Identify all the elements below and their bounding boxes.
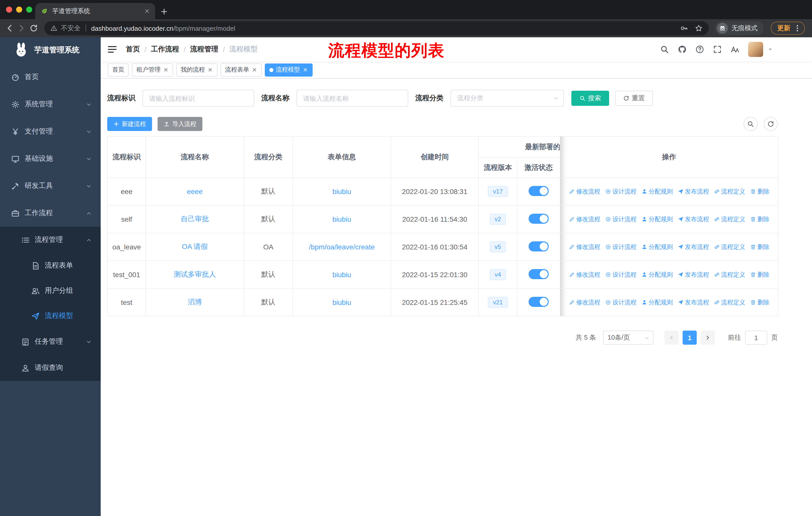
address-bar[interactable]: 不安全 dashboard.yudao.iocoder.cn/bpm/manag…	[44, 21, 709, 35]
close-tag-icon[interactable]	[302, 67, 308, 73]
active-toggle[interactable]	[529, 186, 549, 196]
action-modify[interactable]: 修改流程	[569, 215, 600, 223]
sidebar-item-process-management[interactable]: 流程管理	[0, 227, 101, 253]
reload-button[interactable]	[29, 24, 38, 33]
active-toggle[interactable]	[529, 297, 549, 307]
sidebar-item-user-group[interactable]: 用户分组	[0, 278, 101, 303]
next-page-button[interactable]	[701, 331, 715, 345]
active-toggle[interactable]	[529, 241, 549, 251]
sidebar-item-home[interactable]: 首页	[0, 63, 101, 91]
sidebar-item-process-form[interactable]: 流程表单	[0, 253, 101, 278]
search-icon[interactable]	[660, 45, 669, 54]
action-delete[interactable]: 删除	[750, 187, 770, 196]
tag-process-model[interactable]: 流程模型	[265, 63, 313, 76]
form-link[interactable]: /bpm/oa/leave/create	[309, 243, 375, 251]
toggle-search-button[interactable]	[744, 117, 758, 131]
create-process-button[interactable]: 新建流程	[107, 117, 152, 131]
sidebar-item-system-management[interactable]: 系统管理	[0, 91, 101, 118]
action-modify[interactable]: 修改流程	[569, 298, 600, 307]
breadcrumb-item[interactable]: 工作流程	[151, 45, 179, 54]
minimize-window-button[interactable]	[16, 6, 22, 12]
active-toggle[interactable]	[529, 269, 549, 279]
collapse-sidebar-icon[interactable]	[107, 44, 118, 55]
tag-my-process[interactable]: 我的流程	[176, 63, 218, 76]
action-design[interactable]: 设计流程	[605, 215, 637, 223]
close-window-button[interactable]	[6, 6, 12, 12]
category-select[interactable]: 流程分类	[451, 90, 564, 107]
refresh-table-button[interactable]	[764, 117, 778, 131]
back-button[interactable]	[5, 24, 14, 33]
goto-page-input[interactable]	[745, 331, 767, 345]
process-name-link[interactable]: 滔博	[188, 298, 202, 306]
security-warning-icon[interactable]	[50, 25, 57, 32]
help-icon[interactable]	[695, 45, 704, 54]
process-name-input[interactable]	[296, 90, 408, 107]
action-publish[interactable]: 发布流程	[677, 243, 709, 251]
action-design[interactable]: 设计流程	[605, 187, 637, 196]
avatar[interactable]	[748, 42, 763, 57]
tag-tenant-management[interactable]: 租户管理	[132, 63, 173, 76]
sidebar-item-workflow[interactable]: 工作流程	[0, 199, 101, 227]
action-delete[interactable]: 删除	[750, 243, 770, 251]
current-page-button[interactable]: 1	[683, 331, 697, 345]
action-delete[interactable]: 删除	[750, 215, 770, 223]
bookmark-star-icon[interactable]	[695, 24, 703, 32]
action-definition[interactable]: 流程定义	[714, 243, 745, 251]
close-tag-icon[interactable]	[252, 67, 257, 73]
browser-tab[interactable]: 芋道管理系统	[35, 3, 155, 19]
action-publish[interactable]: 发布流程	[677, 215, 709, 223]
action-assign-rule[interactable]: 分配规则	[641, 215, 673, 223]
breadcrumb-item[interactable]: 首页	[126, 45, 140, 54]
sidebar-item-dev-tools[interactable]: 研发工具	[0, 172, 101, 199]
update-button[interactable]: 更新	[771, 22, 805, 35]
action-assign-rule[interactable]: 分配规则	[641, 243, 673, 251]
process-name-link[interactable]: 测试多审批人	[174, 270, 216, 278]
breadcrumb-item[interactable]: 流程管理	[190, 45, 219, 54]
github-icon[interactable]	[677, 45, 687, 54]
sidebar-item-payment-management[interactable]: 支付管理	[0, 118, 101, 145]
form-link[interactable]: biubiu	[332, 298, 351, 306]
close-tab-icon[interactable]	[144, 8, 150, 14]
action-publish[interactable]: 发布流程	[677, 187, 709, 196]
browser-menu-icon[interactable]	[793, 24, 802, 32]
action-design[interactable]: 设计流程	[605, 243, 637, 251]
process-name-link[interactable]: OA 请假	[182, 242, 208, 250]
process-name-link[interactable]: eeee	[187, 187, 203, 195]
action-delete[interactable]: 删除	[750, 298, 770, 307]
import-process-button[interactable]: 导入流程	[157, 117, 202, 131]
active-toggle[interactable]	[529, 213, 549, 223]
action-definition[interactable]: 流程定义	[714, 298, 745, 307]
action-design[interactable]: 设计流程	[605, 298, 637, 307]
logo[interactable]: 芋道管理系统	[0, 37, 101, 62]
prev-page-button[interactable]	[665, 331, 678, 345]
action-modify[interactable]: 修改流程	[569, 270, 600, 279]
form-link[interactable]: biubiu	[332, 215, 351, 223]
action-delete[interactable]: 删除	[750, 270, 770, 279]
action-definition[interactable]: 流程定义	[714, 270, 745, 279]
form-link[interactable]: biubiu	[332, 271, 351, 279]
action-design[interactable]: 设计流程	[605, 270, 637, 279]
action-publish[interactable]: 发布流程	[677, 298, 709, 307]
action-definition[interactable]: 流程定义	[714, 187, 745, 196]
close-tag-icon[interactable]	[207, 67, 213, 73]
action-assign-rule[interactable]: 分配规则	[641, 298, 673, 307]
process-key-input[interactable]	[142, 90, 254, 107]
action-assign-rule[interactable]: 分配规则	[641, 187, 673, 196]
new-tab-button[interactable]	[160, 7, 168, 16]
action-publish[interactable]: 发布流程	[677, 270, 709, 279]
sidebar-item-process-model[interactable]: 流程模型	[0, 303, 101, 329]
sidebar-item-task-management[interactable]: 任务管理	[0, 329, 101, 355]
font-size-icon[interactable]	[730, 45, 740, 54]
search-button[interactable]: 搜索	[571, 91, 609, 106]
zoom-window-button[interactable]	[26, 6, 32, 12]
page-size-select[interactable]: 10条/页	[603, 331, 654, 345]
sidebar-item-leave-query[interactable]: 请假查询	[0, 355, 101, 381]
tag-home[interactable]: 首页	[108, 63, 129, 76]
action-modify[interactable]: 修改流程	[569, 243, 600, 251]
action-modify[interactable]: 修改流程	[569, 187, 600, 196]
process-name-link[interactable]: 自己审批	[181, 215, 209, 223]
tag-process-form[interactable]: 流程表单	[221, 63, 262, 76]
reset-button[interactable]: 重置	[615, 91, 653, 106]
sidebar-item-infrastructure[interactable]: 基础设施	[0, 145, 101, 172]
close-tag-icon[interactable]	[163, 67, 169, 73]
